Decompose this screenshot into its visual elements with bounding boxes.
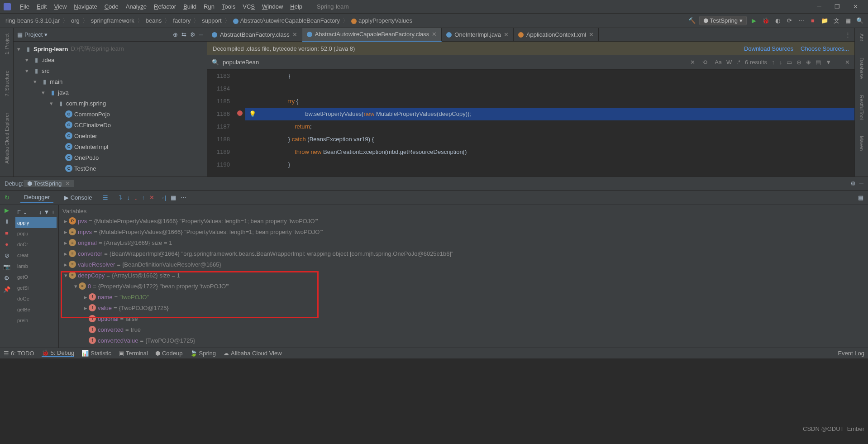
run-config-dropdown[interactable]: ⬢TestSpring▾ [699,16,747,25]
sidebar-maven[interactable]: Maven [859,132,864,154]
close-icon[interactable]: ✕ [589,31,594,38]
crumb[interactable]: support [200,17,223,24]
more-tabs-icon[interactable]: ⋮ [841,31,854,38]
stop-icon[interactable]: ■ [808,16,817,25]
crumb[interactable]: org [69,17,81,24]
code-line[interactable]: } catch (BeansException var19) { [245,133,854,146]
menu-analyze[interactable]: Analyze [122,3,150,10]
undo-icon[interactable]: ⟲ [702,59,707,66]
menu-navigate[interactable]: Navigate [70,3,100,10]
add-selection-icon[interactable]: ⊕ [796,59,801,66]
tree-item[interactable]: COneInter [14,130,207,141]
crumb[interactable]: ring-beans-5.3.10.jar [4,17,62,24]
bottom-codeup[interactable]: ⬢ Codeup [155,350,183,357]
close-icon[interactable]: ✕ [504,31,509,38]
tree-root[interactable]: ▾ ▮ Spring-learn D:\代码\Spring-learn [14,43,207,54]
variable-row[interactable]: ▾≡0={PropertyValue@1722} "bean property … [61,281,866,291]
crumb[interactable]: applyPropertyValues [349,17,414,24]
frame-row[interactable]: creat [15,250,57,261]
frame-row[interactable]: doGe [15,293,57,304]
resume-icon[interactable]: ▶ [5,207,9,214]
crumb[interactable]: AbstractAutowireCapableBeanFactory [231,17,342,24]
bottom-terminal[interactable]: ▣ Terminal [119,350,148,357]
editor-tab[interactable]: AbstractAutowireCapableBeanFactory.class… [302,28,442,42]
crumb[interactable]: beans [144,17,163,24]
sidebar-restful[interactable]: RestfulTool [859,91,864,123]
variable-row[interactable]: ▸Ppvs={MutablePropertyValues@1666} "Prop… [61,215,866,226]
step-out-icon[interactable]: ↑ [142,194,145,201]
hammer-icon[interactable]: 🔨 [687,16,696,25]
open-icon[interactable]: 📁 [820,16,829,25]
editor-tab[interactable]: AbstractBeanFactory.class✕ [207,28,302,42]
variable-row[interactable]: ▸≡valueResolver={BeanDefinitionValueReso… [61,259,866,270]
stop-icon[interactable]: ■ [5,229,9,236]
menu-tools[interactable]: Tools [218,3,239,10]
code-line[interactable]: throw new BeanCreationException(mbd.getR… [245,146,854,158]
tree-item[interactable]: ▾▮main [14,76,207,87]
tree-item[interactable]: ▾▮java [14,87,207,98]
tree-item[interactable]: ▾▮.idea [14,54,207,65]
step-over-icon[interactable]: ⤵ [119,194,122,201]
frame-row[interactable]: preln [15,315,57,326]
close-icon[interactable]: ✕ [65,180,70,187]
frame-row[interactable]: getBe [15,304,57,315]
menu-vcs[interactable]: VCS [239,3,258,10]
minimize-button[interactable]: ─ [810,0,828,14]
locate-icon[interactable]: ⊕ [173,31,178,38]
code-area[interactable]: 11831184118511861187118811891190 } try {… [207,70,854,177]
tree-item[interactable]: ▾▮com.mjh.spring [14,98,207,109]
sidebar-alibaba[interactable]: Alibaba Cloud Explorer [4,109,10,167]
sidebar-structure[interactable]: 7: Structure [4,67,10,100]
close-search-icon[interactable]: ✕ [690,59,695,66]
choose-sources-link[interactable]: Choose Sources... [801,45,849,52]
funnel-icon[interactable]: ▼ [44,209,50,215]
prev-result-icon[interactable]: ↑ [772,59,775,66]
select-all-icon[interactable]: ▭ [787,59,792,66]
frame-row[interactable]: getSi [15,282,57,293]
download-sources-link[interactable]: Download Sources [744,45,793,52]
structure-icon[interactable]: ▦ [844,16,853,25]
close-icon[interactable]: ✕ [845,59,850,66]
editor-tab[interactable]: ApplicationContext.xml✕ [514,28,599,42]
variable-row[interactable]: ▸≡mpvs={MutablePropertyValues@1666} "Pro… [61,226,866,237]
variable-row[interactable]: ▸≡converter={BeanWrapperImpl@1664} "org.… [61,248,866,259]
menu-help[interactable]: Help [286,3,306,10]
menu-window[interactable]: Window [258,3,286,10]
rerun-icon[interactable]: ↻ [5,194,10,201]
tree-item[interactable]: COneInterImpl [14,141,207,152]
bulb-icon[interactable]: 💡 [249,110,256,117]
next-result-icon[interactable]: ↓ [779,59,782,66]
profile-icon[interactable]: ⟳ [785,16,794,25]
code-line[interactable]: } [245,158,854,171]
mute-bp-icon[interactable]: ⊘ [5,252,10,259]
close-button[interactable]: ✕ [846,0,864,14]
variable-row[interactable]: ▸fname="twoPOJO" [61,291,866,302]
sidebar-database[interactable]: Database [859,54,864,82]
debug-hide-icon[interactable]: ─ [859,180,863,187]
match-case-icon[interactable]: Aa [715,59,722,66]
sidebar-ant[interactable]: Ant [859,30,864,45]
step-into-icon[interactable]: ↓ [127,194,130,201]
crumb[interactable]: springframework [89,17,136,24]
pin-icon[interactable]: 📌 [3,286,10,293]
restore-layout-icon[interactable]: ▤ [858,194,863,201]
more-icon[interactable]: ⋯ [181,194,186,201]
run-to-cursor-icon[interactable]: →| [159,194,166,201]
filter-results-icon[interactable]: ▤ [816,59,821,66]
chevron-down-icon[interactable]: ⌄ [23,209,28,215]
code-line[interactable]: return; [245,120,854,133]
tree-item[interactable]: CCommonPojo [14,109,207,119]
frame-row[interactable]: popu [15,228,57,239]
regex-icon[interactable]: .* [736,59,740,66]
translate-icon[interactable]: 文 [832,16,841,25]
menu-code[interactable]: Code [101,3,122,10]
variable-row[interactable]: ▸fvalue={TwoPOJO@1725} [61,302,866,313]
thread-dump-icon[interactable]: 📷 [3,263,10,270]
bottom-spring[interactable]: 🍃 Spring [190,350,216,357]
code-line[interactable]: 💡 bw.setPropertyValues(new MutableProper… [245,108,854,120]
bottom-statistic[interactable]: 📊 Statistic [81,350,111,357]
filter-icon[interactable]: ▼ [825,59,831,66]
variable-row[interactable]: foptional=false [61,313,866,324]
editor-tab[interactable]: OneInterImpl.java✕ [442,28,514,42]
code-line[interactable]: try { [245,95,854,108]
